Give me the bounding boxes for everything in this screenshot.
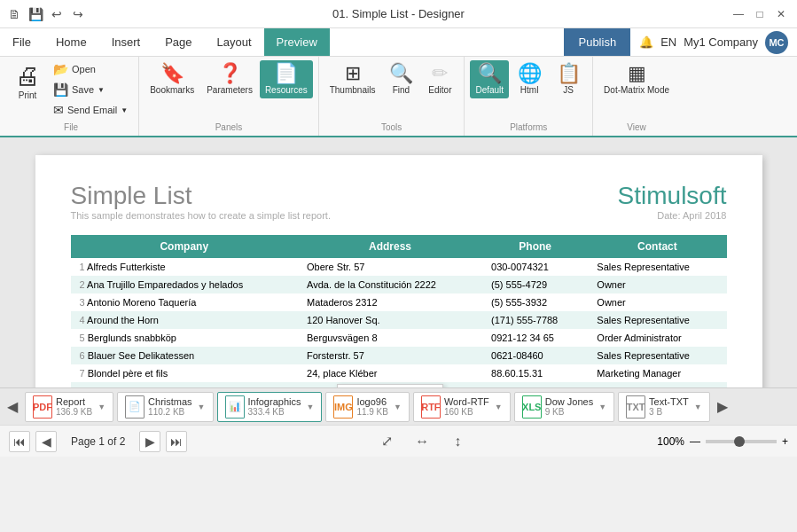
default-button[interactable]: 🔍 Default [470,60,509,98]
menu-file[interactable]: File [0,28,43,56]
zoom-slider[interactable] [706,440,777,443]
file-tab-arrow[interactable]: ▼ [98,403,105,411]
undo-btn[interactable]: ↩ [50,7,64,21]
file-tab-word-rtf[interactable]: RTF Word-RTF 160 KB ▼ [413,392,511,422]
send-email-button[interactable]: ✉ Send Email ▼ [48,101,133,119]
html-icon: 🌐 [518,64,542,83]
file-tab-infographics[interactable]: 📊 Infographics 333.4 KB ▼ [217,392,323,422]
prev-page-btn[interactable]: ◀ [35,431,57,452]
app-icon: 🗎 [7,7,21,21]
save-title-btn[interactable]: 💾 [28,7,43,21]
parameters-label: Parameters [207,85,253,95]
window-title: 01. Simple List - Designer [332,7,465,20]
cell-company: 3 Antonio Moreno Taquería [71,293,299,311]
fit-page-btn[interactable]: ⤢ [376,431,397,452]
file-tab-size: 136.9 KB [56,407,92,417]
file-tab-info: Infographics 333.4 KB [248,396,301,417]
file-tab-arrow[interactable]: ▼ [394,403,402,411]
html-label: Html [520,85,539,95]
cell-contact: Owner [588,276,726,293]
cell-phone: 0621-08460 [482,347,588,364]
view-group-label: View [627,119,646,132]
menu-layout[interactable]: Layout [205,28,264,56]
cell-company: 6 Blauer See Delikatessen [71,347,299,364]
table-row: 2 Ana Trujillo Emparedados y helados Avd… [71,276,727,293]
save-button[interactable]: 💾 Save ▼ [48,81,133,98]
maximize-btn[interactable]: □ [751,5,769,23]
cell-phone: (91) 555 22 82 [482,382,588,387]
menu-preview[interactable]: Preview [264,28,330,56]
file-tab-name: Infographics [248,396,301,407]
minimize-btn[interactable]: — [730,5,747,23]
menu-home[interactable]: Home [43,28,99,56]
ribbon-tools-items: ⊞ Thumbnails 🔍 Find ✏ Editor [324,60,459,119]
content-area: Simple List This sample demonstrates how… [0,137,797,387]
cell-phone: 030-0074321 [482,258,588,276]
find-button[interactable]: 🔍 Find [382,60,419,98]
close-btn[interactable]: ✕ [772,5,790,23]
file-tab-arrow[interactable]: ▼ [306,403,314,411]
title-bar-left: 🗎 💾 ↩ ↪ [7,7,85,21]
resources-button[interactable]: 📄 Resources [260,60,313,98]
js-button[interactable]: 📋 JS [550,60,587,98]
bell-icon[interactable]: 🔔 [639,35,653,49]
thumbnails-label: Thumbnails [330,85,376,95]
tab-scroll-left[interactable]: ◀ [4,398,21,415]
menu-insert[interactable]: Insert [99,28,153,56]
save-dropdown-icon: ▼ [98,86,105,94]
ribbon-view-items: ▦ Dot-Matrix Mode [598,60,675,119]
report-title: Simple List [71,182,331,210]
cell-phone: (171) 555-7788 [482,311,588,329]
thumbnails-icon: ⊞ [345,64,361,83]
table-row: 7 Blondel père et fils 24, place Kléber … [71,364,727,382]
report-header: Simple List This sample demonstrates how… [71,182,727,224]
file-tab-christmas[interactable]: 📄 Christmas 110.2 KB ▼ [117,392,213,422]
dot-matrix-icon: ▦ [628,64,646,83]
dot-matrix-button[interactable]: ▦ Dot-Matrix Mode [598,60,675,98]
bookmarks-button[interactable]: 🔖 Bookmarks [145,60,199,98]
first-page-btn[interactable]: ⏮ [9,431,30,452]
report-table: Company Address Phone Contact 1 Alfreds … [71,235,727,387]
html-button[interactable]: 🌐 Html [511,60,548,98]
fit-height-btn[interactable]: ↕ [447,431,468,452]
file-tab-icon: 📄 [125,395,145,419]
file-tab-arrow[interactable]: ▼ [495,403,503,411]
js-label: JS [563,85,574,95]
file-tab-size: 110.2 KB [148,407,192,417]
cell-company: 8 Bólido Comidas preparadas [71,382,299,387]
company-badge[interactable]: MC [765,31,788,54]
menu-page[interactable]: Page [152,28,204,56]
next-page-btn[interactable]: ▶ [139,431,160,452]
tab-scroll-right[interactable]: ▶ [714,398,731,415]
dot-matrix-label: Dot-Matrix Mode [604,85,669,95]
zoom-plus-icon[interactable]: + [782,435,788,448]
parameters-icon: ❓ [218,64,242,83]
save-icon: 💾 [53,82,68,97]
context-view[interactable]: View [338,385,442,387]
file-tab-arrow[interactable]: ▼ [198,403,206,411]
file-tab-dow-jones[interactable]: XLS Dow Jones 9 KB ▼ [514,392,614,422]
editor-button[interactable]: ✏ Editor [421,60,458,98]
cell-company: 4 Around the Horn [71,311,299,329]
publish-button[interactable]: Publish [564,28,630,56]
file-tab-arrow[interactable]: ▼ [598,403,606,411]
cell-phone: 88.60.15.31 [482,364,588,382]
zoom-minus-icon[interactable]: — [690,435,700,448]
cell-contact: Sales Representative [588,347,726,364]
open-button[interactable]: 📂 Open [48,60,133,78]
file-tab-info: Report 136.9 KB [56,396,92,417]
thumbnails-button[interactable]: ⊞ Thumbnails [324,60,381,98]
file-tab-text-txt[interactable]: TXT Text-TXT 3 B ▼ [618,392,710,422]
fit-width-btn[interactable]: ↔ [411,431,433,452]
file-tab-icon: RTF [421,395,441,419]
print-button[interactable]: 🖨 Print [9,60,46,104]
redo-btn[interactable]: ↪ [71,7,85,21]
col-address: Address [298,235,482,258]
last-page-btn[interactable]: ⏭ [166,431,187,452]
file-tab-arrow[interactable]: ▼ [694,403,702,411]
file-tab-logo96[interactable]: IMG Iogo96 11.9 KB ▼ [325,392,410,422]
email-icon: ✉ [53,103,64,117]
parameters-button[interactable]: ❓ Parameters [201,60,258,98]
editor-label: Editor [428,85,451,95]
file-tab-report[interactable]: PDF Report 136.9 KB ▼ [25,392,113,422]
